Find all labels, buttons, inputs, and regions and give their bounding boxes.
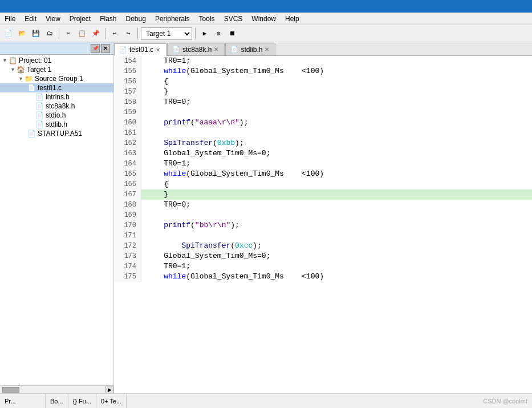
line-content[interactable]: { [141, 76, 168, 87]
tab-stdlib-h[interactable]: 📄stdlib.h✕ [225, 43, 275, 55]
menu-item-svcs[interactable]: SVCS [220, 14, 247, 24]
toolbar-save-btn[interactable]: 💾 [30, 27, 42, 40]
project-close-btn[interactable]: ✕ [101, 44, 110, 53]
tab-stc8a8k-h[interactable]: 📄stc8a8k.h✕ [167, 43, 225, 55]
toolbar-save-all-btn[interactable]: 🗂 [43, 27, 56, 40]
line-number: 157 [114, 87, 141, 97]
toolbar-undo-btn[interactable]: ↩ [108, 27, 121, 40]
code-line-167: 167 } [114, 189, 532, 200]
line-number: 155 [114, 66, 141, 76]
project-pin-btn[interactable]: 📌 [91, 44, 100, 53]
status-item-pr[interactable]: Pr... [0, 394, 46, 408]
tab-close-btn[interactable]: ✕ [156, 47, 160, 53]
line-content[interactable]: while(Global_System_Tim0_Ms <100) [141, 66, 324, 76]
menu-item-project[interactable]: Project [65, 14, 95, 24]
tree-item-target-1[interactable]: ▼🏠Target 1 [0, 65, 113, 74]
tree-item-stdio-h[interactable]: 📄stdio.h [0, 111, 113, 120]
menu-item-view[interactable]: View [41, 14, 65, 24]
menu-item-help[interactable]: Help [281, 14, 304, 24]
menu-item-peripherals[interactable]: Peripherals [151, 14, 194, 24]
menu-bar: FileEditViewProjectFlashDebugPeripherals… [0, 13, 532, 25]
line-number: 167 [114, 189, 141, 200]
line-content[interactable]: SpiTransfer(0xbb); [141, 138, 244, 148]
code-editor[interactable]: 154 TR0=1;155 while(Global_System_Tim0_M… [114, 56, 532, 393]
line-content[interactable]: Global_System_Tim0_Ms=0; [141, 251, 270, 261]
line-content[interactable] [141, 231, 151, 241]
main-layout: 📌 ✕ ▼📋Project: 01▼🏠Target 1▼📁Source Grou… [0, 42, 532, 393]
line-content[interactable]: Global_System_Tim0_Ms=0; [141, 148, 270, 159]
menu-item-debug[interactable]: Debug [121, 14, 151, 24]
toolbar-rebuild-btn[interactable]: ⚙ [212, 27, 225, 40]
tab-icon: 📄 [172, 46, 180, 53]
code-line-157: 157 } [114, 87, 532, 97]
line-content[interactable]: } [141, 189, 168, 200]
toolbar-open-btn[interactable]: 📂 [16, 27, 29, 40]
menu-item-edit[interactable]: Edit [20, 14, 41, 24]
code-line-162: 162 SpiTransfer(0xbb); [114, 138, 532, 148]
status-item-0te[interactable]: 0+ Te... [96, 394, 127, 408]
toolbar-redo-btn[interactable]: ↪ [122, 27, 135, 40]
tree-item-stdlib-h[interactable]: 📄stdlib.h [0, 120, 113, 129]
tab-close-btn[interactable]: ✕ [214, 46, 218, 52]
line-content[interactable]: printf("bb\r\n"); [141, 220, 239, 231]
editor-area: 📄test01.c✕📄stc8a8k.h✕📄stdlib.h✕ 154 TR0=… [114, 42, 532, 393]
line-content[interactable]: TR0=1; [141, 261, 190, 272]
status-item-bo[interactable]: Bo... [46, 394, 68, 408]
tree-item-intrins-h[interactable]: 📄intrins.h [0, 92, 113, 102]
tree-item-source-group-1[interactable]: ▼📁Source Group 1 [0, 74, 113, 83]
toolbar-cut-btn[interactable]: ✂ [62, 27, 75, 40]
line-content[interactable] [141, 210, 151, 220]
status-bar: Pr...Bo...{} Fu...0+ Te...CSDN @coolmf [0, 393, 532, 408]
line-content[interactable]: { [141, 179, 168, 189]
scrollbar-track[interactable] [22, 387, 105, 393]
line-number: 158 [114, 97, 141, 107]
project-scrollbar[interactable]: ▶ [0, 385, 113, 393]
scrollbar-thumb[interactable] [2, 387, 19, 393]
tree-file-icon: 📄 [35, 120, 44, 128]
toolbar-stop-btn[interactable]: ⏹ [226, 27, 238, 40]
line-number: 172 [114, 241, 141, 251]
line-number: 163 [114, 148, 141, 159]
menu-item-tools[interactable]: Tools [194, 14, 220, 24]
line-number: 168 [114, 200, 141, 210]
scroll-right-btn[interactable]: ▶ [105, 386, 113, 394]
line-content[interactable]: while(Global_System_Tim0_Ms <100) [141, 169, 324, 179]
title-bar [0, 0, 532, 13]
project-header-icons: 📌 ✕ [91, 44, 110, 53]
line-content[interactable]: } [141, 87, 168, 97]
tree-item-test01-c[interactable]: 📄test01.c [0, 83, 113, 92]
toolbar-paste-btn[interactable]: 📌 [90, 27, 102, 40]
code-line-155: 155 while(Global_System_Tim0_Ms <100) [114, 66, 532, 76]
line-content[interactable]: while(Global_System_Tim0_Ms <100) [141, 272, 324, 282]
tree-item-label: stc8a8k.h [46, 102, 75, 110]
line-number: 173 [114, 251, 141, 261]
code-line-159: 159 [114, 107, 532, 118]
watermark: CSDN @coolmf [483, 398, 532, 405]
tree-item-project--01[interactable]: ▼📋Project: 01 [0, 56, 113, 65]
line-content[interactable]: TR0=1; [141, 159, 190, 169]
line-content[interactable]: printf("aaaa\r\n"); [141, 118, 248, 128]
line-content[interactable]: TR0=1; [141, 56, 190, 66]
status-item-fu[interactable]: {} Fu... [68, 394, 96, 408]
menu-item-file[interactable]: File [0, 14, 20, 24]
menu-item-flash[interactable]: Flash [95, 14, 121, 24]
line-content[interactable]: SpiTransfer(0xcc); [141, 241, 262, 251]
code-line-163: 163 Global_System_Tim0_Ms=0; [114, 148, 532, 159]
tree-item-startup-a51[interactable]: 📄STARTUP.A51 [0, 129, 113, 138]
line-content[interactable] [141, 107, 151, 118]
line-number: 161 [114, 128, 141, 138]
line-content[interactable]: TR0=0; [141, 97, 190, 107]
menu-item-window[interactable]: Window [247, 14, 281, 24]
tree-item-stc8a8k-h[interactable]: 📄stc8a8k.h [0, 102, 113, 111]
code-line-161: 161 [114, 128, 532, 138]
toolbar-copy-btn[interactable]: 📋 [76, 27, 88, 40]
toolbar-new-btn[interactable]: 📄 [2, 27, 15, 40]
toolbar-build-btn[interactable]: ▶ [198, 27, 211, 40]
tab-test01-c[interactable]: 📄test01.c✕ [114, 43, 166, 56]
tab-close-btn[interactable]: ✕ [265, 46, 269, 52]
line-content[interactable]: TR0=0; [141, 200, 190, 210]
line-content[interactable] [141, 128, 151, 138]
project-panel: 📌 ✕ ▼📋Project: 01▼🏠Target 1▼📁Source Grou… [0, 42, 114, 393]
code-line-160: 160 printf("aaaa\r\n"); [114, 118, 532, 128]
target-select[interactable]: Target 1 [141, 27, 192, 40]
